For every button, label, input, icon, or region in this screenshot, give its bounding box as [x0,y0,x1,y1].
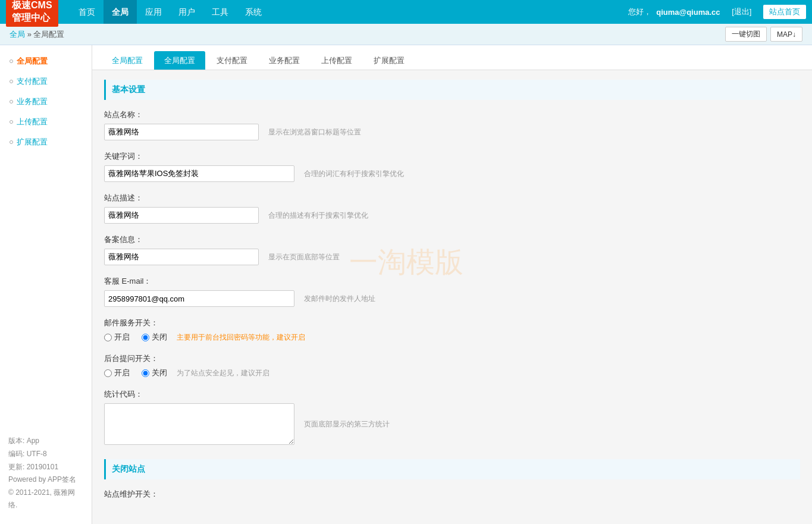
close-site-title: 关闭站点 [104,459,800,479]
breadcrumb-actions: 一键切图 MAP↓ [725,27,802,42]
stats-row: 页面底部显示的第三方统计 [104,403,800,445]
record-input[interactable] [104,249,259,265]
logo-line2: 管理中心 [12,12,52,24]
sidebar-item-upload-label: 上传配置 [17,117,48,127]
site-name-label: 站点名称： [104,109,800,120]
sidebar-item-pay-label: 支付配置 [17,76,48,87]
backend-on-label: 开启 [114,368,130,378]
backend-radio-group: 开启 关闭 [104,368,167,378]
site-name-hint: 显示在浏览器窗口标题等位置 [268,127,361,137]
mail-service-row: 开启 关闭 主要用于前台找回密码等功能，建议开启 [104,332,800,343]
backend-on-radio[interactable]: 开启 [104,368,130,378]
mail-hint: 主要用于前台找回密码等功能，建议开启 [177,332,305,343]
stats-label: 统计代码： [104,389,800,400]
dot-icon [10,80,13,83]
record-group: 备案信息： 显示在页面底部等位置 [104,234,800,265]
mail-off-radio[interactable]: 关闭 [142,332,167,343]
sidebar-bottom: 版本: App 编码: UTF-8 更新: 20190101 Powered b… [0,429,92,518]
backend-off-input[interactable] [142,369,149,377]
nav-logout[interactable]: [退出] [732,7,751,17]
email-hint: 发邮件时的发件人地址 [304,294,375,304]
mail-radio-group: 开启 关闭 [104,332,167,343]
nav-menu: 首页 全局 应用 用户 工具 系统 [70,0,629,24]
mail-on-radio[interactable]: 开启 [104,332,130,343]
close-site-section: 关闭站点 站点维护开关： [104,459,800,500]
keywords-input[interactable] [104,165,294,182]
nav-system[interactable]: 系统 [237,0,270,24]
sidebar-item-upload[interactable]: 上传配置 [0,112,92,132]
breadcrumb-current: 全局配置 [33,30,64,39]
record-row: 显示在页面底部等位置 [104,249,800,265]
nav-home[interactable]: 首页 [70,0,104,24]
nav-app[interactable]: 应用 [137,0,170,24]
stats-group: 统计代码： 页面底部显示的第三方统计 [104,389,800,445]
switch-button[interactable]: 一键切图 [725,27,767,42]
dot-icon [10,100,13,103]
sidebar-item-business[interactable]: 业务配置 [0,92,92,112]
keywords-hint: 合理的词汇有利于搜索引擎优化 [304,169,404,179]
sidebar-encoding: 编码: UTF-8 [8,448,84,461]
backend-hint-row: 开启 关闭 为了站点安全起见，建议开启 [104,368,800,378]
mail-off-label: 关闭 [152,332,167,343]
keywords-label: 关键字词： [104,151,800,162]
content: 全局配置 全局配置 支付配置 业务配置 上传配置 扩展配置 基本设置 [92,45,812,524]
nav-user-prefix: 您好， [628,7,651,17]
maintain-group: 站点维护开关： [104,489,800,500]
logo: 极速CMS 管理中心 [6,0,58,27]
nav-user[interactable]: 用户 [170,0,203,24]
sidebar-item-extension-label: 扩展配置 [17,137,48,148]
basic-settings-title: 基本设置 [104,80,800,100]
sidebar-item-pay[interactable]: 支付配置 [0,71,92,92]
mail-off-input[interactable] [142,334,149,341]
sidebar: 全局配置 支付配置 业务配置 上传配置 扩展配置 版本: App 编码: UTF… [0,45,92,524]
breadcrumb-bar: 全局 » 全局配置 一键切图 MAP↓ [0,24,812,45]
dot-icon [10,120,13,124]
tab-global-config-link[interactable]: 全局配置 [102,51,153,70]
nav-site-home[interactable]: 站点首页 [763,5,806,19]
top-nav: 极速CMS 管理中心 首页 全局 应用 用户 工具 系统 您好， qiuma@q… [0,0,812,24]
email-row: 发邮件时的发件人地址 [104,290,800,307]
main-layout: 全局配置 支付配置 业务配置 上传配置 扩展配置 版本: App 编码: UTF… [0,45,812,524]
mail-service-group: 邮件服务开关： 开启 关闭 主要用于前台找回密码等功能，建议开启 [104,318,800,343]
backend-off-radio[interactable]: 关闭 [142,368,167,378]
sidebar-item-global-label: 全局配置 [17,56,48,67]
map-button[interactable]: MAP↓ [770,27,802,42]
email-input[interactable] [104,290,294,307]
backend-hint-label: 后台提问开关： [104,353,800,364]
breadcrumb-separator: » [27,30,34,39]
site-name-input[interactable] [104,124,259,140]
backend-hint-group: 后台提问开关： 开启 关闭 为了站点安全起见，建议开启 [104,353,800,378]
tab-business-config[interactable]: 业务配置 [259,51,310,70]
sidebar-update: 更新: 20190101 [8,461,84,474]
sidebar-copyright: © 2011-2021, 薇雅网络. [8,487,84,512]
description-row: 合理的描述有利于搜索引擎优化 [104,207,800,224]
description-label: 站点描述： [104,193,800,203]
stats-textarea[interactable] [104,403,294,445]
tab-extension-config[interactable]: 扩展配置 [363,51,415,70]
stats-hint: 页面底部显示的第三方统计 [304,419,390,429]
tab-global-config-active[interactable]: 全局配置 [154,51,205,70]
backend-on-input[interactable] [104,369,112,377]
sidebar-item-business-label: 业务配置 [17,96,48,107]
form-content: 基本设置 站点名称： 显示在浏览器窗口标题等位置 关键字词： 合理的词汇有利于搜… [92,70,812,520]
description-input[interactable] [104,207,259,224]
email-group: 客服 E-mail： 发邮件时的发件人地址 [104,276,800,307]
logo-line1: 极速CMS [12,0,52,12]
nav-tool[interactable]: 工具 [203,0,237,24]
tab-pay-config[interactable]: 支付配置 [206,51,258,70]
site-name-row: 显示在浏览器窗口标题等位置 [104,124,800,140]
sidebar-version: 版本: App [8,435,84,448]
dot-icon [10,140,13,144]
maintain-label: 站点维护开关： [104,489,800,500]
description-hint: 合理的描述有利于搜索引擎优化 [268,211,368,221]
sidebar-item-extension[interactable]: 扩展配置 [0,132,92,152]
mail-on-input[interactable] [104,334,112,341]
mail-service-label: 邮件服务开关： [104,318,800,328]
nav-global[interactable]: 全局 [104,0,137,24]
tab-upload-config[interactable]: 上传配置 [311,51,362,70]
breadcrumb-parent[interactable]: 全局 [10,30,25,39]
keywords-row: 合理的词汇有利于搜索引擎优化 [104,165,800,182]
mail-on-label: 开启 [114,332,130,343]
backend-off-label: 关闭 [152,368,167,378]
sidebar-item-global[interactable]: 全局配置 [0,51,92,71]
